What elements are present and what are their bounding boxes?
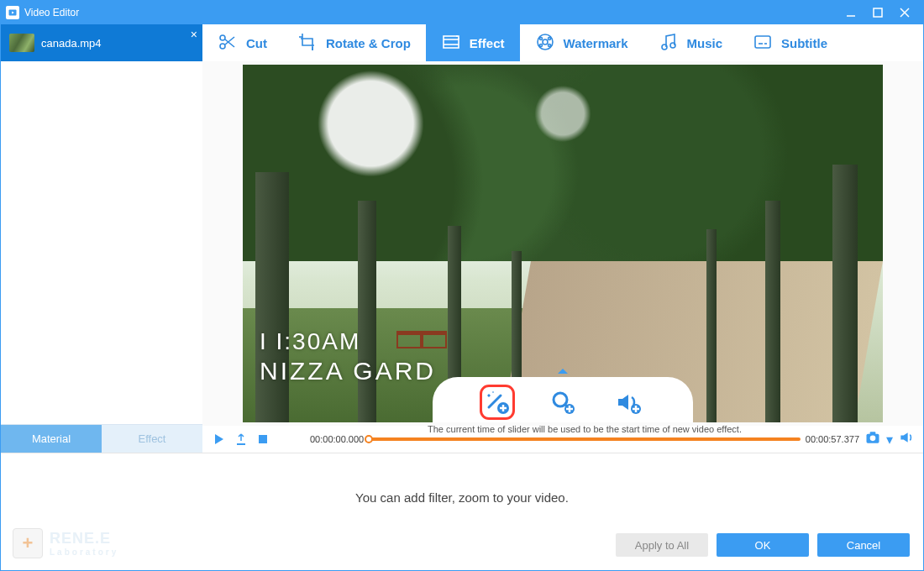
tab-cut[interactable]: Cut xyxy=(202,24,282,61)
time-end-label: 00:00:57.377 xyxy=(806,434,859,444)
menu-caret-icon[interactable]: ▾ xyxy=(886,432,893,448)
file-list-empty xyxy=(1,61,202,424)
crop-icon xyxy=(297,32,318,55)
svg-point-20 xyxy=(548,44,550,46)
tab-subtitle[interactable]: Subtitle xyxy=(738,24,843,61)
sidebar: canada.mp4 × Material Effect xyxy=(1,24,202,453)
svg-point-29 xyxy=(554,393,567,406)
timeline-track[interactable]: The current time of slider will be used … xyxy=(369,437,801,441)
time-start-label: 00:00:00.000 xyxy=(310,434,364,444)
brand-icon xyxy=(13,528,43,558)
svg-point-19 xyxy=(539,44,542,46)
tab-watermark[interactable]: Watermark xyxy=(520,24,643,61)
overlay-time: I I:30AM xyxy=(260,328,436,355)
minimize-button[interactable] xyxy=(837,1,864,24)
hint-text: You can add filter, zoom to your video. xyxy=(1,490,923,505)
svg-point-17 xyxy=(539,37,542,39)
watermark-icon xyxy=(535,32,555,55)
tab-watermark-label: Watermark xyxy=(564,36,628,50)
svg-point-14 xyxy=(458,38,459,39)
subtitle-icon xyxy=(753,32,773,55)
snapshot-button[interactable] xyxy=(864,429,881,449)
svg-point-6 xyxy=(220,35,225,40)
brand-watermark: RENE.E Laboratory xyxy=(13,528,118,558)
effect-tool-popup xyxy=(433,377,693,422)
volume-button[interactable] xyxy=(898,429,915,449)
brand-line1: RENE.E xyxy=(50,530,118,547)
svg-point-16 xyxy=(543,39,548,45)
tab-effect-label: Effect xyxy=(470,36,505,50)
add-audio-button[interactable] xyxy=(613,387,643,417)
music-icon xyxy=(659,32,679,55)
tab-effect[interactable]: Effect xyxy=(426,24,520,61)
video-overlay-text: I I:30AM NIZZA GARD xyxy=(260,328,436,385)
file-tab[interactable]: canada.mp4 × xyxy=(1,24,202,61)
tab-rotate-crop[interactable]: Rotate & Crop xyxy=(282,24,426,61)
svg-rect-41 xyxy=(870,432,876,434)
bottom-panel: You can add filter, zoom to your video. … xyxy=(1,453,923,570)
file-thumbnail xyxy=(9,34,34,52)
svg-rect-3 xyxy=(874,8,882,17)
close-file-icon[interactable]: × xyxy=(191,28,197,41)
tab-subtitle-label: Subtitle xyxy=(781,36,827,50)
filmstrip-icon xyxy=(441,32,461,55)
timeline: 00:00:00.000 The current time of slider … xyxy=(202,426,923,453)
titlebar: Video Editor xyxy=(1,1,923,24)
stop-button[interactable] xyxy=(255,431,271,448)
brand-line2: Laboratory xyxy=(50,547,118,557)
cancel-button[interactable]: Cancel xyxy=(817,533,910,557)
svg-point-40 xyxy=(870,436,876,442)
tab-music[interactable]: Music xyxy=(643,24,738,61)
svg-point-18 xyxy=(548,37,550,39)
tab-music-label: Music xyxy=(687,36,723,50)
tab-cut-label: Cut xyxy=(246,36,267,50)
svg-point-15 xyxy=(538,34,553,50)
timeline-knob[interactable] xyxy=(365,435,373,443)
svg-rect-10 xyxy=(444,36,459,48)
add-zoom-button[interactable] xyxy=(548,387,578,417)
apply-to-all-button[interactable]: Apply to All xyxy=(616,533,708,557)
sidebar-tab-effect[interactable]: Effect xyxy=(102,425,202,453)
play-button[interactable] xyxy=(211,431,228,448)
maximize-button[interactable] xyxy=(864,1,891,24)
ok-button[interactable]: OK xyxy=(717,533,809,557)
close-button[interactable] xyxy=(891,1,918,24)
svg-rect-38 xyxy=(259,435,267,443)
app-logo-icon xyxy=(6,6,19,19)
add-filter-button[interactable] xyxy=(482,387,512,417)
window-title: Video Editor xyxy=(24,7,79,18)
svg-point-7 xyxy=(220,44,225,49)
file-name: canada.mp4 xyxy=(41,37,102,50)
sidebar-tab-material[interactable]: Material xyxy=(1,425,102,453)
scissors-icon xyxy=(218,32,238,55)
svg-rect-23 xyxy=(755,36,770,48)
overlay-place: NIZZA GARD xyxy=(260,357,436,385)
video-preview[interactable]: I I:30AM NIZZA GARD xyxy=(243,65,883,422)
svg-point-13 xyxy=(456,35,458,37)
tab-rotate-label: Rotate & Crop xyxy=(326,36,411,50)
svg-marker-37 xyxy=(215,434,223,444)
timeline-help-text: The current time of slider will be used … xyxy=(428,424,742,434)
export-frame-button[interactable] xyxy=(233,431,249,448)
toolbar: Cut Rotate & Crop Effect Watermark Music xyxy=(202,24,923,61)
